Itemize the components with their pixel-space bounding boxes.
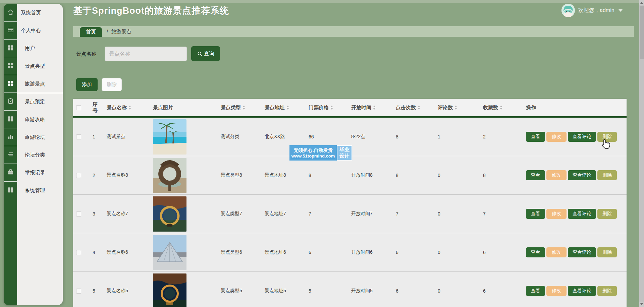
sidebar-icon-booking[interactable]: [4, 93, 17, 111]
cell-address: 景点地址7: [262, 211, 305, 217]
sidebar-item-attraction-type[interactable]: 景点类型: [17, 57, 63, 75]
col-header-actions: 操作: [526, 105, 536, 111]
sidebar-item-guides[interactable]: 旅游攻略: [17, 111, 63, 128]
edit-button[interactable]: 修改: [546, 170, 567, 180]
sidebar-item-users[interactable]: 用户: [17, 40, 63, 57]
attraction-photo-wooden-ring[interactable]: [153, 158, 186, 193]
sidebar-item-reports[interactable]: 举报记录: [17, 164, 63, 182]
sidebar-item-booking[interactable]: 景点预定: [17, 93, 63, 111]
row-checkbox[interactable]: [76, 211, 81, 217]
sidebar-icon-guides[interactable]: [4, 111, 17, 128]
sidebar-icon-users[interactable]: [4, 40, 17, 57]
view-button[interactable]: 查看: [526, 170, 545, 180]
edit-button[interactable]: 修改: [546, 247, 567, 257]
cell-clicks: 6: [392, 288, 434, 294]
sidebar-item-home[interactable]: 系统首页: [17, 4, 63, 22]
sort-icon[interactable]: [454, 106, 457, 110]
attraction-photo-tropical-beach[interactable]: [153, 119, 186, 155]
vertical-scrollbar[interactable]: [639, 0, 644, 307]
scrollbar-thumb[interactable]: [640, 6, 644, 59]
attraction-photo-golden-ring-dusk[interactable]: [153, 196, 186, 232]
sort-icon[interactable]: [418, 106, 420, 110]
view-button[interactable]: 查看: [526, 286, 545, 296]
delete-button-disabled[interactable]: 删除: [102, 78, 122, 91]
scroll-down-button[interactable]: [639, 302, 644, 307]
mouse-cursor-hand-icon: [601, 138, 611, 151]
sort-icon[interactable]: [243, 106, 245, 110]
cell-address: 北京XX路: [262, 134, 305, 140]
add-button[interactable]: 添加: [76, 78, 98, 91]
view-comments-button[interactable]: 查看评论: [568, 247, 596, 257]
chevron-down-icon[interactable]: [619, 9, 623, 12]
col-header-open-time[interactable]: 开放时间: [351, 105, 371, 111]
breadcrumb-home-tab[interactable]: 首页: [80, 27, 102, 37]
edit-button[interactable]: 修改: [546, 209, 567, 219]
sidebar-icon-attraction-type[interactable]: [4, 57, 17, 75]
sort-icon[interactable]: [286, 106, 289, 110]
sidebar-icon-profile[interactable]: [4, 22, 17, 40]
col-header-clicks[interactable]: 点击次数: [396, 105, 416, 111]
delete-row-button[interactable]: 删除: [597, 170, 617, 180]
sidebar-item-profile[interactable]: 个人中心: [17, 22, 63, 40]
col-header-price[interactable]: 门票价格: [309, 105, 329, 111]
sidebar-item-attractions[interactable]: 旅游景点: [17, 75, 63, 93]
row-checkbox[interactable]: [76, 289, 81, 294]
delete-row-button[interactable]: 删除: [597, 286, 617, 296]
sort-icon[interactable]: [373, 106, 376, 110]
search-label: 景点名称: [76, 51, 96, 57]
row-checkbox[interactable]: [76, 134, 81, 139]
view-comments-button[interactable]: 查看评论: [568, 209, 596, 219]
search-button[interactable]: 查询: [191, 46, 220, 61]
grid-icon: [7, 115, 14, 124]
attraction-photo-golden-ring-night[interactable]: [153, 273, 186, 307]
col-header-favorites[interactable]: 收藏数: [483, 105, 498, 111]
sidebar-icon-home[interactable]: [4, 4, 17, 22]
delete-row-button[interactable]: 删除: [597, 247, 617, 257]
sidebar-icon-forum[interactable]: [4, 128, 17, 146]
sidebar-icon-forum-category[interactable]: [4, 146, 17, 164]
edit-button[interactable]: 修改: [546, 286, 567, 296]
user-menu[interactable]: 欢迎您，admin: [561, 4, 623, 17]
view-comments-button[interactable]: 查看评论: [568, 170, 596, 180]
view-button[interactable]: 查看: [526, 209, 545, 219]
view-button[interactable]: 查看: [526, 132, 545, 142]
profile-card-icon: [7, 26, 14, 35]
col-header-photo: 景点图片: [153, 105, 173, 111]
col-header-name[interactable]: 景点名称: [107, 105, 127, 111]
cell-num: 4: [87, 250, 102, 255]
sidebar-item-forum[interactable]: 旅游论坛: [17, 128, 63, 146]
sidebar-icon-system[interactable]: [4, 182, 17, 199]
row-checkbox[interactable]: [76, 250, 81, 255]
sort-icon[interactable]: [128, 106, 131, 110]
cell-type: 景点类型6: [215, 249, 262, 255]
col-header-address[interactable]: 景点地址: [265, 105, 285, 111]
watermark-badge: 毕业 设计: [337, 145, 352, 161]
grid-icon: [7, 186, 14, 195]
sidebar-item-system[interactable]: 系统管理: [17, 182, 63, 199]
col-header-type[interactable]: 景点类型: [221, 105, 241, 111]
avatar[interactable]: [561, 4, 575, 17]
view-comments-button[interactable]: 查看评论: [568, 286, 596, 296]
sidebar-item-forum-category[interactable]: 论坛分类: [17, 146, 63, 164]
scroll-up-button[interactable]: [639, 0, 644, 5]
view-button[interactable]: 查看: [526, 247, 545, 257]
breadcrumb: 首页 / 旅游景点: [73, 26, 634, 37]
delete-row-button[interactable]: 删除: [597, 209, 617, 219]
col-header-comments[interactable]: 评论数: [438, 105, 453, 111]
breadcrumb-separator: /: [107, 28, 108, 34]
cell-price: 7: [305, 211, 349, 217]
sort-icon[interactable]: [330, 106, 333, 110]
view-comments-button[interactable]: 查看评论: [568, 132, 596, 142]
sidebar-icon-attractions-active[interactable]: [4, 75, 17, 93]
sidebar-icon-reports[interactable]: [4, 164, 17, 182]
breadcrumb-current: 旅游景点: [111, 28, 131, 35]
edit-button[interactable]: 修改: [546, 132, 567, 142]
select-all-checkbox[interactable]: [76, 105, 81, 110]
sort-icon[interactable]: [500, 106, 502, 110]
cell-num: 1: [87, 134, 102, 139]
search-input[interactable]: [105, 47, 187, 61]
cell-clicks: 6: [392, 250, 434, 255]
row-checkbox[interactable]: [76, 173, 81, 178]
attraction-photo-glass-pyramid[interactable]: [153, 235, 186, 270]
search-icon: [197, 51, 202, 56]
